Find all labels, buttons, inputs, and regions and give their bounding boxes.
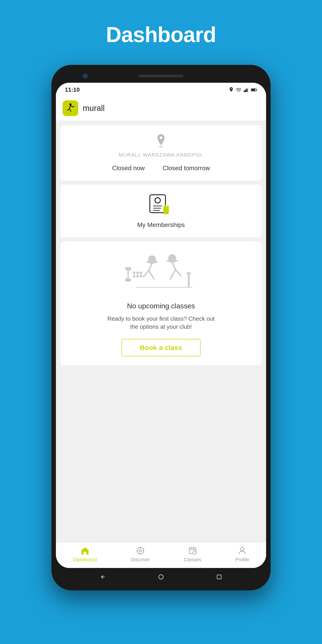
nav-label-dashboard: Dashboard [73,557,97,562]
svg-point-28 [136,275,139,278]
svg-point-27 [133,275,136,278]
svg-point-7 [69,103,72,106]
membership-icon-wrap [149,194,173,217]
signal-status-icon [244,88,249,92]
back-button[interactable] [98,572,107,582]
hours-row: Closed now Closed tomorrow [112,164,210,172]
app-logo [62,100,78,116]
svg-line-37 [172,262,176,270]
app-name: murall [83,104,105,113]
svg-point-29 [140,275,142,278]
nav-item-profile[interactable]: Profile [235,546,249,562]
wifi-status-icon [236,88,242,92]
phone-bottom-bar [56,568,266,586]
recents-button[interactable] [215,572,224,582]
battery-status-icon [251,88,257,92]
svg-line-32 [143,270,149,277]
status-time: 11:10 [65,86,80,93]
svg-point-46 [139,550,142,552]
no-classes-title: No upcoming classes [127,302,195,310]
location-status-icon [229,87,234,92]
svg-line-39 [170,270,176,280]
svg-rect-60 [217,575,221,579]
svg-line-10 [69,109,71,112]
svg-rect-0 [244,90,245,92]
svg-rect-19 [164,205,166,209]
svg-point-25 [136,272,139,274]
status-bar: 11:10 [56,83,266,96]
classes-card: No upcoming classes Ready to book your f… [60,242,262,366]
svg-rect-3 [248,88,249,92]
nav-label-profile: Profile [235,557,249,562]
scroll-content[interactable]: MURALL WARSZAWA ANNOPOL Closed now Close… [56,121,266,542]
nav-label-discover: Discover [131,557,150,562]
bottom-nav: Dashboard Discover [56,542,266,568]
membership-icon [149,194,173,216]
phone-frame: 11:10 [52,65,270,590]
svg-rect-1 [245,90,246,92]
svg-point-13 [159,146,163,148]
svg-rect-43 [188,273,190,287]
svg-point-26 [140,272,142,274]
svg-line-31 [149,264,152,270]
profile-nav-icon [238,546,246,555]
svg-line-33 [149,270,154,280]
phone-camera [83,74,88,78]
nav-item-classes[interactable]: Classes [184,546,201,562]
status-tomorrow: Closed tomorrow [162,164,210,172]
location-name: MURALL WARSZAWA ANNOPOL [119,152,204,158]
svg-line-8 [69,106,70,109]
phone-screen: 11:10 [56,83,266,568]
svg-point-15 [155,198,160,203]
page-title: Dashboard [106,22,216,47]
svg-line-9 [67,109,69,110]
svg-rect-22 [125,267,131,270]
home-button[interactable] [156,572,166,582]
phone-speaker [139,75,183,77]
svg-rect-20 [166,206,169,209]
dashboard-nav-icon [81,546,89,555]
svg-point-59 [159,575,163,579]
svg-rect-5 [256,89,257,90]
murall-logo-icon [65,103,76,114]
classes-illustration [67,250,255,295]
svg-rect-6 [251,89,255,91]
svg-rect-44 [187,272,191,274]
app-header: murall [56,96,266,121]
nav-item-dashboard[interactable]: Dashboard [73,546,97,562]
svg-line-12 [73,106,74,107]
nav-item-discover[interactable]: Discover [131,546,150,562]
discover-nav-icon [136,546,145,555]
svg-rect-2 [246,88,248,92]
svg-rect-23 [125,278,131,282]
location-card: MURALL WARSZAWA ANNOPOL Closed now Close… [60,125,262,181]
svg-point-58 [240,548,244,551]
classes-nav-icon [188,546,197,555]
membership-label: My Memberships [137,222,185,228]
svg-point-24 [133,272,136,274]
nav-label-classes: Classes [184,557,201,562]
membership-card[interactable]: My Memberships [60,185,262,238]
svg-line-38 [176,270,181,276]
exercise-illustration-icon [123,250,199,295]
status-now: Closed now [112,164,145,172]
book-class-button[interactable]: Book a class [122,339,200,356]
no-classes-description: Ready to book your first class? Check ou… [105,314,217,331]
location-pin-icon [156,134,166,148]
svg-line-11 [70,106,73,107]
status-icons [229,87,257,92]
